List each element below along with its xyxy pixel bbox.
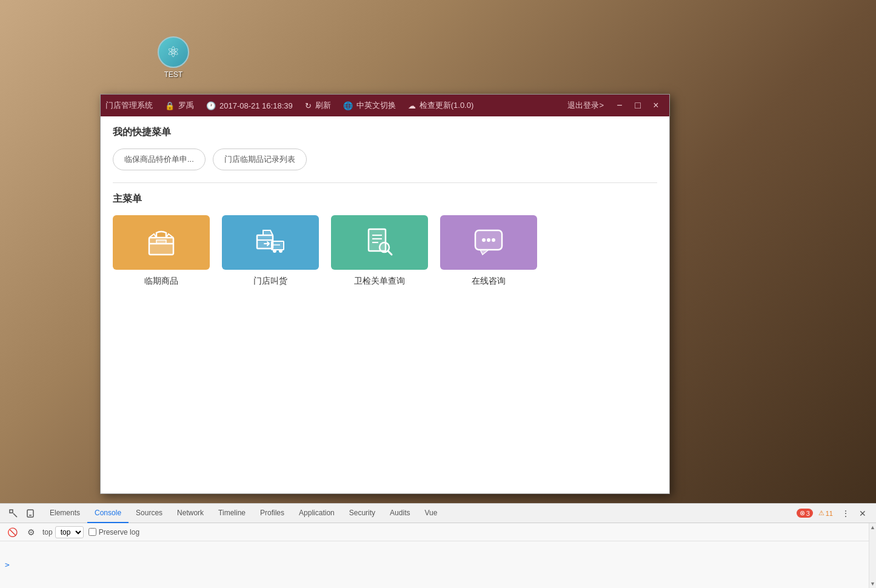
logout-button[interactable]: 退出登录> xyxy=(560,100,611,111)
svg-point-3 xyxy=(273,249,276,253)
title-bar: 门店管理系统 🔒 罗禹 🕐 2017-08-21 16:18:39 ↻ 刷新 🌐… xyxy=(101,95,669,116)
clear-console-button[interactable]: 🚫 xyxy=(5,526,20,538)
lang-label: 中英文切换 xyxy=(356,100,396,111)
main-menu-title: 主菜单 xyxy=(113,193,657,205)
device-mode-button[interactable] xyxy=(23,506,38,521)
menu-card-label-1: 门店叫货 xyxy=(253,276,287,287)
globe-icon: 🌐 xyxy=(343,101,353,110)
tab-timeline[interactable]: Timeline xyxy=(211,504,253,523)
warn-triangle-icon: ⚠ xyxy=(818,509,824,517)
lang-switch-button[interactable]: 🌐 中英文切换 xyxy=(343,100,396,111)
menu-card-3[interactable]: 在线咨询 xyxy=(440,215,537,287)
refresh-label: 刷新 xyxy=(315,100,331,111)
refresh-icon: ↻ xyxy=(305,101,312,110)
update-button[interactable]: ☁ 检查更新(1.0.0) xyxy=(408,100,474,111)
devtools-close-button[interactable]: ✕ xyxy=(855,506,870,521)
tab-console[interactable]: Console xyxy=(87,504,129,523)
atom-icon: ⚛ xyxy=(167,44,180,61)
svg-point-9 xyxy=(487,238,490,242)
datetime-label: 2017-08-21 16:18:39 xyxy=(219,101,293,110)
menu-card-label-2: 卫检关单查询 xyxy=(354,276,405,287)
app-window: 门店管理系统 🔒 罗禹 🕐 2017-08-21 16:18:39 ↻ 刷新 🌐… xyxy=(100,94,670,494)
error-count-badge: ⊗ 3 xyxy=(797,509,813,518)
app-name-label: 门店管理系统 xyxy=(105,100,153,111)
preserve-log-checkbox[interactable] xyxy=(89,528,96,536)
preserve-log-text: Preserve log xyxy=(99,528,139,536)
menu-card-label-3: 在线咨询 xyxy=(472,276,506,287)
tab-profiles[interactable]: Profiles xyxy=(253,504,292,523)
error-count: 3 xyxy=(806,510,810,517)
svg-rect-12 xyxy=(27,510,33,517)
menu-card-label-0: 临期商品 xyxy=(144,276,178,287)
tab-application[interactable]: Application xyxy=(292,504,342,523)
desktop-icon-label: TEST xyxy=(164,70,183,79)
preserve-log-label[interactable]: Preserve log xyxy=(89,528,139,536)
warn-count-badge: ⚠ 11 xyxy=(815,509,836,518)
inspect-element-button[interactable] xyxy=(6,506,21,521)
username-label: 罗禹 xyxy=(178,100,194,111)
datetime-info: 🕐 2017-08-21 16:18:39 xyxy=(206,101,293,110)
main-menu-section: 主菜单 xyxy=(113,193,657,287)
scroll-down-arrow[interactable]: ▼ xyxy=(869,580,877,588)
filter-label: top xyxy=(42,528,53,536)
scroll-up-arrow[interactable]: ▲ xyxy=(869,523,877,532)
svg-rect-2 xyxy=(272,241,284,250)
devtools-tab-elements: Elements xyxy=(42,504,87,523)
console-prompt: > xyxy=(5,560,10,569)
menu-card-1[interactable]: 门店叫货 xyxy=(222,215,319,287)
refresh-button[interactable]: ↻ 刷新 xyxy=(305,100,331,111)
cloud-icon: ☁ xyxy=(408,101,416,110)
desktop-icon-test[interactable]: ⚛ TEST xyxy=(158,36,189,79)
clock-icon: 🕐 xyxy=(206,101,216,110)
menu-card-2[interactable]: 卫检关单查询 xyxy=(331,215,428,287)
maximize-button[interactable]: □ xyxy=(629,98,646,113)
devtools-tabs: Elements Console Sources Network Timelin… xyxy=(0,504,876,523)
quick-menu-title: 我的快捷菜单 xyxy=(113,126,657,139)
error-circle-icon: ⊗ xyxy=(800,509,805,517)
update-label: 检查更新(1.0.0) xyxy=(420,100,474,111)
title-bar-items: 门店管理系统 🔒 罗禹 🕐 2017-08-21 16:18:39 ↻ 刷新 🌐… xyxy=(105,100,560,111)
menu-card-icon-0 xyxy=(113,215,210,270)
tab-audits[interactable]: Audits xyxy=(383,504,417,523)
quick-item-1[interactable]: 门店临期品记录列表 xyxy=(213,149,307,170)
svg-rect-1 xyxy=(257,235,273,249)
menu-card-icon-3 xyxy=(440,215,537,270)
filter-button[interactable]: ⚙ xyxy=(25,526,38,538)
devtools-scrollbar[interactable]: ▲ ▼ xyxy=(869,523,876,588)
devtools-left-icons xyxy=(2,506,41,521)
devtools-panel: Elements Console Sources Network Timelin… xyxy=(0,503,876,588)
tab-elements[interactable]: Elements xyxy=(42,504,87,523)
quick-menu-section: 我的快捷菜单 临保商品特价单申... 门店临期品记录列表 xyxy=(113,126,657,170)
tab-sources[interactable]: Sources xyxy=(129,504,170,523)
devtools-more-button[interactable]: ⋮ xyxy=(838,506,853,521)
tab-network[interactable]: Network xyxy=(170,504,211,523)
menu-card-icon-2 xyxy=(331,215,428,270)
console-toolbar: 🚫 ⚙ top top Preserve log xyxy=(0,523,876,541)
svg-point-10 xyxy=(492,238,495,242)
minimize-button[interactable]: − xyxy=(611,98,628,113)
console-content[interactable]: > xyxy=(0,541,876,588)
warn-count: 11 xyxy=(826,510,833,517)
menu-card-icon-1 xyxy=(222,215,319,270)
lock-icon: 🔒 xyxy=(165,101,175,110)
menu-card-0[interactable]: 临期商品 xyxy=(113,215,210,287)
console-filter: top top xyxy=(42,526,84,538)
quick-item-0[interactable]: 临保商品特价单申... xyxy=(113,149,206,170)
quick-menu-items: 临保商品特价单申... 门店临期品记录列表 xyxy=(113,149,657,170)
svg-rect-11 xyxy=(10,510,13,513)
user-info: 🔒 罗禹 xyxy=(165,100,194,111)
close-button[interactable]: × xyxy=(647,98,664,113)
window-controls: − □ × xyxy=(611,98,664,113)
tab-security[interactable]: Security xyxy=(342,504,383,523)
tab-vue[interactable]: Vue xyxy=(417,504,444,523)
svg-point-4 xyxy=(279,249,283,253)
devtools-right-icons: ⊗ 3 ⚠ 11 ⋮ ✕ xyxy=(797,506,874,521)
filter-select[interactable]: top xyxy=(55,526,84,538)
section-divider xyxy=(113,182,657,183)
main-menu-grid: 临期商品 xyxy=(113,215,657,287)
svg-point-8 xyxy=(482,238,486,242)
app-content: 我的快捷菜单 临保商品特价单申... 门店临期品记录列表 主菜单 xyxy=(101,116,669,493)
desktop-icon-image: ⚛ xyxy=(158,36,189,68)
